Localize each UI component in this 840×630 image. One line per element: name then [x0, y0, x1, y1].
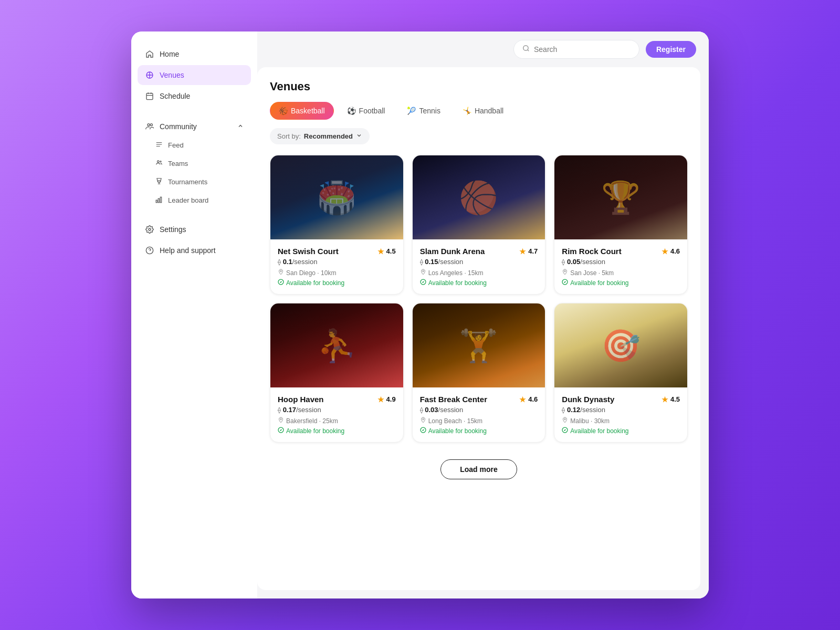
venue-card[interactable]: 🏟️ Net Swish Court ★ 4.5 ⟠ 0.1/session — [270, 155, 404, 295]
main-content: Register Venues 🏀 Basketball ⚽ Football … — [257, 32, 709, 598]
venue-name-row: Net Swish Court ★ 4.5 — [278, 247, 396, 256]
load-more-button[interactable]: Load more — [440, 459, 517, 479]
app-container: Home Venues Schedule — [131, 32, 709, 598]
sport-tabs: 🏀 Basketball ⚽ Football 🎾 Tennis 🤸 Handb… — [270, 102, 688, 120]
venue-name: Hoop Haven — [278, 395, 324, 404]
venue-price: ⟠ 0.1/session — [278, 258, 396, 266]
venue-price: ⟠ 0.12/session — [562, 406, 680, 414]
venue-name-row: Fast Break Center ★ 4.6 — [420, 395, 538, 404]
sport-tab-football[interactable]: ⚽ Football — [338, 102, 394, 120]
venue-image: 🎯 — [554, 303, 687, 387]
sport-tab-tennis[interactable]: 🎾 Tennis — [398, 102, 449, 120]
register-button[interactable]: Register — [646, 41, 696, 58]
star-icon: ★ — [377, 247, 384, 256]
venue-info: Dunk Dynasty ★ 4.5 ⟠ 0.12/session — [554, 387, 687, 442]
eth-icon: ⟠ — [562, 258, 565, 266]
community-icon — [145, 122, 154, 131]
venue-price: ⟠ 0.03/session — [420, 406, 538, 414]
search-icon — [522, 45, 530, 54]
check-icon — [562, 279, 568, 287]
sidebar-item-feed[interactable]: Feed — [148, 136, 251, 154]
sidebar-item-schedule-label: Schedule — [160, 92, 190, 100]
svg-point-18 — [280, 418, 282, 420]
teams-label: Teams — [168, 160, 188, 167]
sidebar: Home Venues Schedule — [131, 32, 257, 598]
venue-image: 🏀 — [413, 155, 545, 239]
venue-card[interactable]: ⛹️ Hoop Haven ★ 4.9 ⟠ 0.17/session — [270, 303, 404, 443]
sidebar-item-teams[interactable]: Teams — [148, 155, 251, 172]
venue-name: Slam Dunk Arena — [420, 247, 485, 256]
sidebar-item-tournaments[interactable]: Tournaments — [148, 173, 251, 191]
venue-rating: ★ 4.5 — [377, 247, 396, 256]
check-icon — [562, 427, 568, 435]
venue-rating: ★ 4.7 — [519, 247, 538, 256]
venue-rating: ★ 4.5 — [662, 395, 680, 404]
location-icon — [420, 417, 426, 425]
venue-location: San Diego · 10km — [278, 269, 396, 277]
handball-icon: 🤸 — [463, 107, 471, 115]
settings-icon — [145, 225, 154, 234]
venue-price: ⟠ 0.15/session — [420, 258, 538, 266]
load-more-row: Load more — [270, 455, 688, 481]
venue-booking-status: Available for booking — [562, 427, 680, 435]
venue-name: Rim Rock Court — [562, 247, 621, 256]
teams-icon — [155, 159, 163, 168]
home-icon — [145, 49, 154, 59]
venue-name-row: Dunk Dynasty ★ 4.5 — [562, 395, 680, 404]
sort-chevron-icon — [356, 132, 362, 140]
venue-booking-status: Available for booking — [420, 427, 538, 435]
venue-location: Bakersfield · 25km — [278, 417, 396, 425]
svg-rect-8 — [160, 197, 161, 203]
sidebar-item-settings[interactable]: Settings — [138, 219, 251, 239]
eth-icon: ⟠ — [278, 406, 281, 414]
check-icon — [278, 279, 284, 287]
community-section: Community Fe — [138, 117, 251, 209]
svg-point-20 — [422, 418, 424, 420]
help-label: Help and support — [160, 246, 216, 255]
tournaments-icon — [155, 177, 163, 186]
sidebar-item-venues[interactable]: Venues — [138, 65, 251, 85]
svg-point-9 — [149, 228, 151, 230]
venue-card[interactable]: 🏋️ Fast Break Center ★ 4.6 ⟠ 0.03/sessio… — [412, 303, 546, 443]
svg-point-3 — [150, 124, 152, 126]
sidebar-item-leaderboard[interactable]: Leader board — [148, 192, 251, 209]
svg-point-22 — [564, 418, 566, 420]
venue-card[interactable]: 🏆 Rim Rock Court ★ 4.6 ⟠ 0.05/session — [554, 155, 688, 295]
svg-point-11 — [523, 46, 528, 50]
svg-point-2 — [148, 124, 150, 126]
search-input[interactable] — [534, 45, 631, 54]
sidebar-item-venues-label: Venues — [160, 71, 184, 79]
venue-card[interactable]: 🏀 Slam Dunk Arena ★ 4.7 ⟠ 0.15/session — [412, 155, 546, 295]
venue-image: 🏟️ — [270, 155, 403, 239]
location-icon — [562, 417, 568, 425]
sport-tab-basketball[interactable]: 🏀 Basketball — [270, 102, 334, 120]
venue-price: ⟠ 0.17/session — [278, 406, 396, 414]
venue-booking-status: Available for booking — [562, 279, 680, 287]
svg-point-5 — [160, 161, 161, 162]
sidebar-item-help[interactable]: Help and support — [138, 240, 251, 260]
venue-rating: ★ 4.9 — [377, 395, 396, 404]
location-icon — [278, 269, 284, 277]
venue-info: Slam Dunk Arena ★ 4.7 ⟠ 0.15/session — [413, 239, 545, 294]
search-bar[interactable] — [513, 40, 639, 59]
venue-name-row: Slam Dunk Arena ★ 4.7 — [420, 247, 538, 256]
venue-card[interactable]: 🎯 Dunk Dynasty ★ 4.5 ⟠ 0.12/session — [554, 303, 688, 443]
venue-info: Rim Rock Court ★ 4.6 ⟠ 0.05/session — [554, 239, 687, 294]
tournaments-label: Tournaments — [168, 178, 207, 186]
sidebar-item-home[interactable]: Home — [138, 44, 251, 64]
sidebar-item-schedule[interactable]: Schedule — [138, 86, 251, 106]
sort-label: Sort by: — [277, 132, 301, 140]
venue-name-row: Rim Rock Court ★ 4.6 — [562, 247, 680, 256]
leaderboard-icon — [155, 196, 163, 205]
venue-location: San Jose · 5km — [562, 269, 680, 277]
community-header[interactable]: Community — [138, 117, 251, 136]
venue-location: Long Beach · 15km — [420, 417, 538, 425]
sport-tab-handball[interactable]: 🤸 Handball — [454, 102, 512, 120]
venue-name-row: Hoop Haven ★ 4.9 — [278, 395, 396, 404]
sport-tab-handball-label: Handball — [475, 107, 503, 115]
svg-rect-1 — [146, 93, 153, 100]
venue-booking-status: Available for booking — [278, 279, 396, 287]
sort-select[interactable]: Sort by: Recommended — [270, 128, 370, 144]
sport-tab-tennis-label: Tennis — [419, 107, 440, 115]
sort-value: Recommended — [304, 132, 353, 140]
